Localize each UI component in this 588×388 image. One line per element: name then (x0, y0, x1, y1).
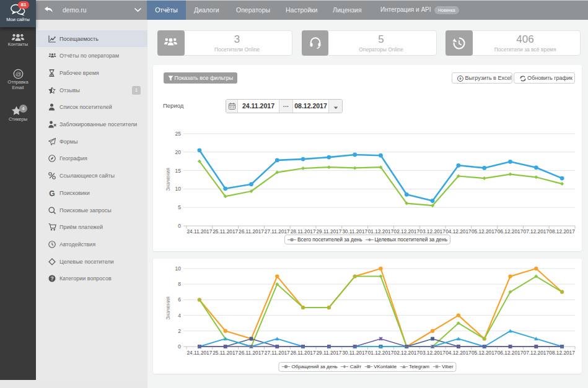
svg-text:6: 6 (178, 296, 181, 303)
svg-text:04.12.2017: 04.12.2017 (445, 350, 472, 356)
svg-text:20: 20 (175, 149, 182, 155)
svg-text:24.11.2017: 24.11.2017 (186, 350, 212, 356)
svg-text:25.11.2017: 25.11.2017 (213, 228, 238, 235)
svg-text:02.12.2017: 02.12.2017 (394, 228, 420, 235)
svg-text:03.12.2017: 03.12.2017 (419, 350, 445, 356)
svg-text:01.12.2017: 01.12.2017 (368, 350, 394, 356)
svg-text:10: 10 (175, 186, 182, 192)
svg-text:?: ? (50, 275, 53, 282)
svg-text:25: 25 (175, 131, 182, 137)
svg-text:5: 5 (178, 204, 181, 210)
svg-text:06.12.2017: 06.12.2017 (498, 350, 524, 356)
svg-text:08.12.2017: 08.12.2017 (549, 350, 575, 356)
svg-text:8: 8 (178, 281, 181, 287)
svg-text:25.11.2017: 25.11.2017 (213, 350, 238, 356)
svg-text:0: 0 (178, 343, 181, 350)
svg-text:07.12.2017: 07.12.2017 (524, 350, 550, 356)
svg-text:28.11.2017: 28.11.2017 (291, 350, 316, 356)
svg-text:05.12.2017: 05.12.2017 (472, 350, 498, 356)
svg-text:24.11.2017: 24.11.2017 (186, 228, 212, 235)
svg-text:01.12.2017: 01.12.2017 (368, 228, 394, 235)
svg-text:30.11.2017: 30.11.2017 (342, 228, 367, 235)
svg-text:2: 2 (178, 328, 181, 334)
svg-text:03.12.2017: 03.12.2017 (419, 228, 445, 235)
svg-text:27.11.2017: 27.11.2017 (265, 350, 290, 356)
svg-text:G: G (49, 189, 55, 197)
svg-text:4: 4 (178, 313, 181, 319)
svg-text:26.11.2017: 26.11.2017 (239, 350, 264, 356)
svg-text:29.11.2017: 29.11.2017 (316, 350, 341, 356)
svg-text:07.12.2017: 07.12.2017 (524, 228, 550, 235)
svg-text:28.11.2017: 28.11.2017 (291, 228, 316, 235)
svg-text:26.11.2017: 26.11.2017 (239, 228, 264, 235)
svg-text:06.12.2017: 06.12.2017 (498, 228, 524, 235)
svg-text:08.12.2017: 08.12.2017 (549, 228, 575, 235)
svg-text:@: @ (15, 71, 22, 77)
svg-text:27.11.2017: 27.11.2017 (265, 228, 290, 235)
svg-text:0: 0 (178, 223, 181, 229)
svg-text:02.12.2017: 02.12.2017 (394, 350, 420, 356)
svg-text:15: 15 (175, 168, 182, 174)
svg-text:30.11.2017: 30.11.2017 (342, 350, 367, 356)
svg-text:04.12.2017: 04.12.2017 (445, 228, 472, 235)
svg-text:29.11.2017: 29.11.2017 (316, 228, 341, 235)
svg-text:05.12.2017: 05.12.2017 (472, 228, 498, 235)
svg-text:10: 10 (175, 265, 182, 272)
